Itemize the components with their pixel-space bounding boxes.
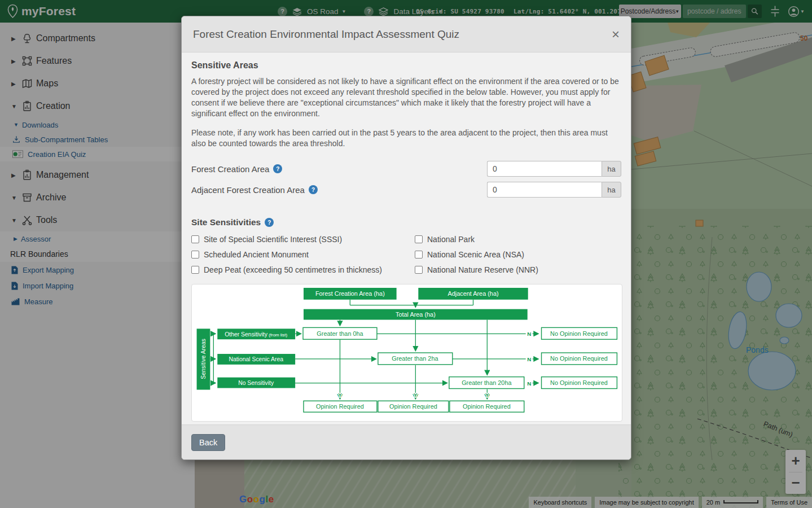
unit-addon: ha [602,161,621,177]
intro-paragraph: A forestry project will be considered as… [191,76,621,119]
flow-result-label: No Opinion Required [550,356,608,362]
eia-flowchart: Forest Creation Area (ha) Adjacent Area … [191,284,622,422]
field-row: Adjacent Forest Creation Area ? ha [191,182,621,198]
checkbox-label: National Scenic Area (NSA) [427,250,524,259]
checkbox-label: Site of Special Scientific Interest (SSS… [204,235,342,244]
help-icon[interactable]: ? [309,185,318,194]
flow-yes-label: Y [338,392,342,398]
unit-addon: ha [602,182,621,198]
modal-body: Sensitive Areas A forestry project will … [182,52,631,424]
flow-no-label: N [527,356,531,362]
note-paragraph: Please note, if any work has been carrie… [191,128,621,149]
flow-result-label: No Opinion Required [550,379,608,386]
input-group: ha [487,161,621,177]
flow-box-label: Adjacent Area (ha) [447,291,498,297]
checkbox-label: Deep Peat (exceeding 50 centimetres in t… [204,265,382,274]
section-heading: Sensitive Areas [191,60,621,71]
eia-quiz-modal: Forest Creation Environmental Impact Ass… [181,16,631,460]
help-icon[interactable]: ? [265,218,274,227]
flow-condition-label: Greater than 2ha [392,356,438,362]
close-icon[interactable]: × [612,28,620,41]
flow-result-label: Opinion Required [463,403,511,410]
field-label: Forest Creation Area ? [191,164,282,174]
sssi-checkbox[interactable] [191,235,199,243]
sensitivity-checkbox-grid: Site of Special Scientific Interest (SSS… [191,235,621,274]
checkbox-label: National Park [427,235,475,244]
flow-condition-label: Greater than 20ha [462,379,512,386]
flow-result-label: Opinion Required [389,403,437,410]
deep-peat-checkbox[interactable] [191,266,199,274]
adjacent-forest-creation-area-label: Adjacent Forest Creation Area [191,185,305,195]
flow-box-label: No Sensitivity [238,380,274,386]
national-park-checkbox[interactable] [415,235,423,243]
flow-box-label: National Scenic Area [229,357,283,363]
flow-side-label: Sensitive Areas [200,339,207,379]
input-group: ha [487,182,621,198]
checkbox-national-nature-reserve[interactable]: National Nature Reserve (NNR) [415,265,621,274]
flow-result-label: No Opinion Required [550,330,608,337]
checkbox-label: Scheduled Ancient Monument [204,250,309,259]
modal-title: Forest Creation Environmental Impact Ass… [193,28,612,41]
forest-creation-area-label: Forest Creation Area [191,164,269,174]
checkbox-sssi[interactable]: Site of Special Scientific Interest (SSS… [191,235,415,244]
field-row: Forest Creation Area ? ha [191,161,621,177]
field-label: Adjacent Forest Creation Area ? [191,185,318,195]
site-sensitivities-label: Site Sensitivities [191,217,261,227]
modal-header: Forest Creation Environmental Impact Ass… [182,16,631,52]
site-sensitivities-heading: Site Sensitivities ? [191,217,621,227]
flow-yes-label: Y [414,392,418,398]
checkbox-national-park[interactable]: National Park [415,235,621,244]
help-icon[interactable]: ? [273,164,282,173]
flow-box-label: Other Sensitivity (from list) [225,331,287,338]
national-nature-reserve-checkbox[interactable] [415,266,423,274]
adjacent-forest-creation-area-input[interactable] [487,182,602,198]
flow-yes-label: Y [485,392,489,398]
flow-result-label: Opinion Required [316,403,364,410]
checkbox-deep-peat[interactable]: Deep Peat (exceeding 50 centimetres in t… [191,265,415,274]
flow-condition-label: Greater than 0ha [317,330,363,337]
flow-box-label: Total Area (ha) [396,311,436,318]
flow-no-label: N [527,331,531,337]
checkbox-scheduled-ancient-monument[interactable]: Scheduled Ancient Monument [191,250,415,259]
national-scenic-area-checkbox[interactable] [415,251,423,259]
modal-footer: Back [182,424,631,459]
flow-no-label: N [527,380,531,387]
flow-box-label: Forest Creation Area (ha) [315,291,385,297]
scheduled-ancient-monument-checkbox[interactable] [191,251,199,259]
forest-creation-area-input[interactable] [487,161,602,177]
checkbox-national-scenic-area[interactable]: National Scenic Area (NSA) [415,250,621,259]
app-window: 50 Ponds Path (um) Google Keyboard short… [0,0,812,508]
checkbox-label: National Nature Reserve (NNR) [427,265,538,274]
back-button[interactable]: Back [191,434,225,451]
